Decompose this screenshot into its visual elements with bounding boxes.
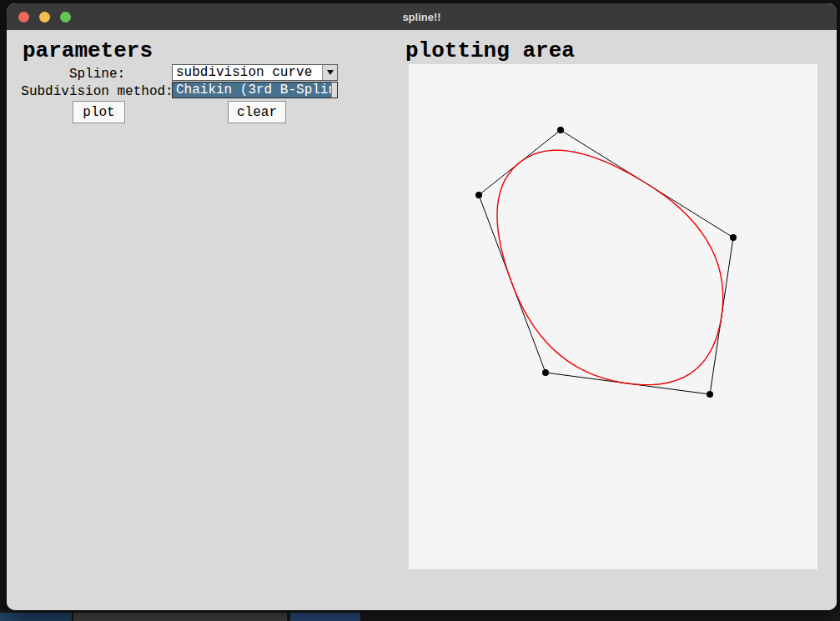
spline-label: Spline: [21,67,174,82]
app-window: spline!! parameters Spline: subdivision … [7,3,837,610]
window-controls [18,3,71,30]
method-dropdown-edge [331,83,337,98]
control-polygon [479,130,733,394]
method-dropdown[interactable]: Chaikin (3rd B-Splin [172,82,338,98]
method-dropdown-value: Chaikin (3rd B-Splin [173,83,331,98]
zoom-button[interactable] [60,12,71,23]
control-point[interactable] [542,369,549,376]
control-point[interactable] [707,391,713,398]
window-content: parameters Spline: subdivision curve Sub… [7,30,837,610]
plotting-heading: plotting area [405,38,575,63]
background-window-fragment [0,613,72,621]
background-window-fragment [73,613,287,621]
control-point[interactable] [730,234,737,241]
plot-button[interactable]: plot [73,101,125,123]
subdivision-curve [497,150,723,384]
spline-dropdown[interactable]: subdivision curve [172,64,338,81]
window-title: spline!! [402,11,440,23]
title-bar[interactable]: spline!! [7,3,837,30]
minimize-button[interactable] [39,12,50,23]
parameters-heading: parameters [23,38,153,63]
clear-button[interactable]: clear [228,101,286,123]
chevron-down-icon[interactable] [322,65,337,80]
background-window-strip [0,610,840,621]
control-point[interactable] [475,192,482,198]
background-window-fragment [290,613,360,621]
close-button[interactable] [18,12,29,23]
plot-canvas[interactable] [409,64,817,569]
method-label: Subdivision method: [21,84,174,99]
control-point[interactable] [557,127,564,133]
spline-dropdown-value: subdivision curve [173,65,322,80]
spline-plot [409,64,817,569]
